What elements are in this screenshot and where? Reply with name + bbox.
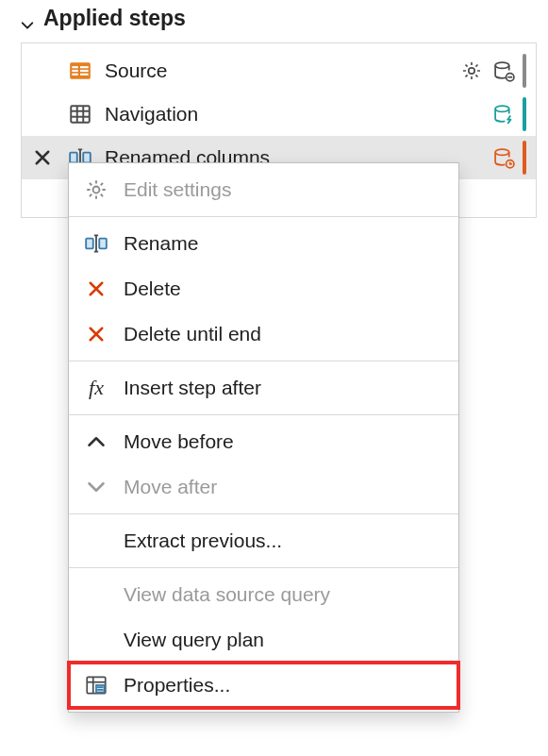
step-source[interactable]: Source (22, 49, 536, 92)
step-navigation[interactable]: Navigation (22, 92, 536, 136)
svg-point-7 (469, 68, 474, 74)
status-mark (523, 141, 526, 175)
svg-rect-6 (80, 74, 89, 76)
status-mark (523, 97, 526, 131)
context-menu: Edit settings Rename Delete Delete until… (68, 162, 459, 218)
chevron-down-icon (21, 12, 34, 25)
database-bolt-icon[interactable] (490, 101, 517, 127)
database-clock-icon[interactable] (490, 144, 517, 171)
source-icon (67, 58, 93, 84)
svg-rect-17 (70, 153, 77, 163)
separator (69, 216, 458, 217)
gear-icon (82, 176, 110, 204)
status-mark (523, 54, 526, 88)
ctx-label: Edit settings (124, 178, 231, 201)
svg-point-20 (495, 149, 509, 155)
svg-rect-5 (72, 74, 78, 76)
svg-rect-1 (72, 66, 78, 68)
svg-rect-11 (71, 106, 90, 122)
svg-point-22 (93, 187, 100, 193)
step-label: Navigation (105, 103, 479, 126)
delete-step-icon[interactable] (29, 144, 56, 171)
svg-rect-4 (80, 70, 89, 72)
svg-rect-18 (83, 153, 91, 163)
svg-point-16 (495, 106, 509, 111)
table-icon (67, 101, 93, 127)
svg-point-8 (495, 62, 509, 68)
database-minus-icon[interactable] (490, 58, 517, 84)
applied-steps-header[interactable]: Applied steps (0, 0, 548, 37)
gear-icon[interactable] (458, 58, 485, 84)
panel-title: Applied steps (43, 6, 186, 31)
svg-rect-3 (72, 70, 78, 72)
ctx-edit-settings: Edit settings (69, 167, 458, 212)
svg-rect-2 (80, 66, 89, 68)
step-label: Source (105, 59, 447, 82)
